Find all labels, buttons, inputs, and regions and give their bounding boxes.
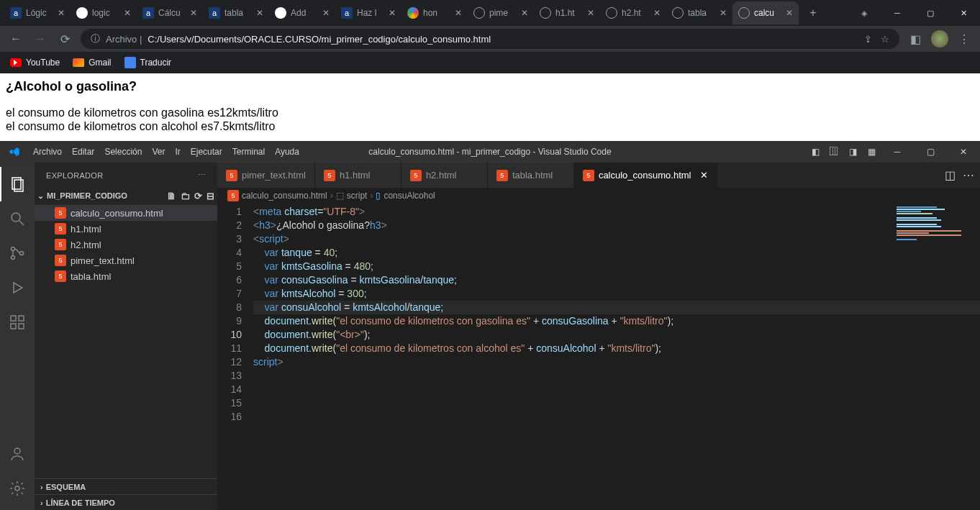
tab-close-icon[interactable]: ✕ (322, 8, 330, 18)
info-icon: ⓘ (91, 32, 100, 45)
svg-rect-9 (11, 324, 16, 329)
search-activity-icon[interactable] (0, 201, 35, 236)
browser-tab[interactable]: aHaz l✕ (335, 1, 401, 24)
tab-close-icon[interactable]: ✕ (455, 8, 462, 18)
tab-close-icon[interactable]: ✕ (700, 170, 708, 181)
vscode-window: ArchivoEditarSelecciónVerIrEjecutarTermi… (0, 141, 980, 510)
code-lines[interactable]: <meta charset="UTF-8"><h3>¿Alcohol o gas… (253, 204, 980, 510)
editor-tab[interactable]: 5h1.html (315, 163, 401, 188)
refresh-icon[interactable]: ⟳ (194, 191, 202, 201)
tab-close-icon[interactable]: ✕ (124, 8, 131, 18)
tab-close-icon[interactable]: ✕ (521, 8, 528, 18)
vscode-menu-item[interactable]: Ver (148, 141, 169, 163)
browser-tab[interactable]: aLógic✕ (4, 1, 71, 24)
extensions-activity-icon[interactable] (0, 305, 35, 340)
back-button[interactable]: ← (7, 30, 24, 47)
editor-more-icon[interactable]: ⋯ (963, 168, 974, 182)
minimap[interactable] (894, 204, 980, 244)
forward-button[interactable]: → (32, 30, 49, 47)
maximize-button[interactable]: ▢ (914, 0, 947, 26)
minimize-button[interactable]: ─ (881, 0, 914, 26)
browser-tab[interactable]: calcu✕ (732, 1, 799, 24)
svg-marker-7 (14, 283, 22, 293)
side-panel-icon[interactable]: ◧ (907, 30, 924, 47)
editor-tab[interactable]: 5calculo_consumo.html✕ (574, 163, 717, 188)
timeline-section[interactable]: › LÍNEA DE TIEMPO (35, 494, 217, 510)
profile-avatar[interactable] (931, 30, 948, 47)
vscode-menu-item[interactable]: Selección (100, 141, 146, 163)
reload-button[interactable]: ⟳ (56, 30, 73, 47)
browser-tab[interactable]: atabla✕ (203, 1, 269, 24)
new-folder-icon[interactable]: 🗀 (181, 191, 190, 201)
file-tree-item[interactable]: 5h1.html (35, 221, 217, 237)
account-activity-icon[interactable] (0, 437, 35, 471)
chevron-right-icon: › (40, 483, 43, 491)
tab-close-icon[interactable]: ✕ (587, 8, 594, 18)
tab-favicon (76, 7, 88, 19)
settings-activity-icon[interactable] (0, 471, 35, 506)
tab-close-icon[interactable]: ✕ (58, 8, 65, 18)
activity-bar (0, 163, 35, 510)
vscode-maximize-button[interactable]: ▢ (914, 141, 947, 163)
browser-tab[interactable]: hon✕ (401, 1, 468, 24)
tab-close-icon[interactable]: ✕ (786, 8, 793, 18)
vscode-menu-item[interactable]: Terminal (228, 141, 269, 163)
bookmark-item[interactable]: Traducir (124, 57, 172, 68)
tab-title: Cálcu (158, 8, 186, 18)
chrome-menu-button[interactable]: ⋮ (956, 30, 973, 47)
browser-tab[interactable]: pime✕ (468, 1, 534, 24)
file-tree-item[interactable]: 5tabla.html (35, 268, 217, 284)
breadcrumb[interactable]: 5 calculo_consumo.html › ⬚ script › ▯ co… (217, 188, 980, 204)
browser-tab[interactable]: h2.ht✕ (600, 1, 666, 24)
layout-btn-3[interactable]: ◨ (843, 141, 862, 163)
svg-rect-11 (19, 316, 24, 321)
browser-tab[interactable]: aCálcu✕ (137, 1, 203, 24)
editor-tab[interactable]: 5tabla.html (488, 163, 574, 188)
vscode-menu-item[interactable]: Editar (68, 141, 99, 163)
file-tree-item[interactable]: 5h2.html (35, 237, 217, 252)
vscode-menu-item[interactable]: Archivo (29, 141, 66, 163)
folder-header[interactable]: ⌄ MI_PRIMER_CODIGO 🗎 🗀 ⟳ ⊟ (35, 188, 217, 204)
source-control-activity-icon[interactable] (0, 236, 35, 270)
html-file-icon: 5 (324, 170, 335, 181)
tab-title: tabla (224, 8, 252, 18)
share-icon[interactable]: ⇪ (864, 34, 872, 45)
layout-btn-1[interactable]: ◧ (806, 141, 825, 163)
bookmark-item[interactable]: YouTube (10, 58, 60, 68)
vscode-menu-item[interactable]: Ir (171, 141, 184, 163)
editor-tab[interactable]: 5pimer_text.html (217, 163, 315, 188)
run-debug-activity-icon[interactable] (0, 270, 35, 305)
collapse-icon[interactable]: ⊟ (207, 191, 214, 201)
browser-tab-strip: aLógic✕logic✕aCálcu✕atabla✕Add✕aHaz l✕ho… (0, 0, 980, 26)
browser-tab[interactable]: Add✕ (269, 1, 335, 24)
file-tree-item[interactable]: 5calculo_consumo.html (35, 205, 217, 221)
browser-tab[interactable]: logic✕ (71, 1, 137, 24)
bookmark-star-icon[interactable]: ☆ (881, 34, 889, 45)
explorer-activity-icon[interactable] (0, 167, 35, 201)
tab-close-icon[interactable]: ✕ (389, 8, 396, 18)
vscode-minimize-button[interactable]: ─ (881, 141, 914, 163)
tab-close-icon[interactable]: ✕ (720, 8, 727, 18)
file-tree-item[interactable]: 5pimer_text.html (35, 252, 217, 268)
browser-tab[interactable]: h1.ht✕ (534, 1, 600, 24)
editor-tabs: 5pimer_text.html5h1.html5h2.html5tabla.h… (217, 163, 980, 188)
address-bar[interactable]: ⓘ Archivo | C:/Users/v/Documents/ORACLE.… (81, 29, 899, 49)
editor-tab[interactable]: 5h2.html (401, 163, 488, 188)
explorer-more-icon[interactable]: ⋯ (198, 170, 206, 180)
vscode-menu-item[interactable]: Ayuda (271, 141, 304, 163)
close-window-button[interactable]: ✕ (947, 0, 980, 26)
new-file-icon[interactable]: 🗎 (167, 191, 176, 201)
layout-btn-2[interactable]: ⿲ (825, 141, 843, 163)
outline-section[interactable]: › ESQUEMA (35, 478, 217, 494)
vscode-menu-item[interactable]: Ejecutar (186, 141, 227, 163)
browser-tab[interactable]: tabla✕ (666, 1, 732, 24)
tab-close-icon[interactable]: ✕ (190, 8, 197, 18)
tab-close-icon[interactable]: ✕ (256, 8, 263, 18)
vscode-close-button[interactable]: ✕ (947, 141, 980, 163)
new-tab-button[interactable]: + (803, 3, 823, 23)
layout-btn-4[interactable]: ▦ (862, 141, 881, 163)
tab-close-icon[interactable]: ✕ (653, 8, 661, 18)
split-editor-icon[interactable]: ◫ (945, 168, 956, 182)
code-editor[interactable]: 12345678910111213141516 <meta charset="U… (217, 204, 980, 510)
bookmark-item[interactable]: Gmail (73, 58, 111, 68)
